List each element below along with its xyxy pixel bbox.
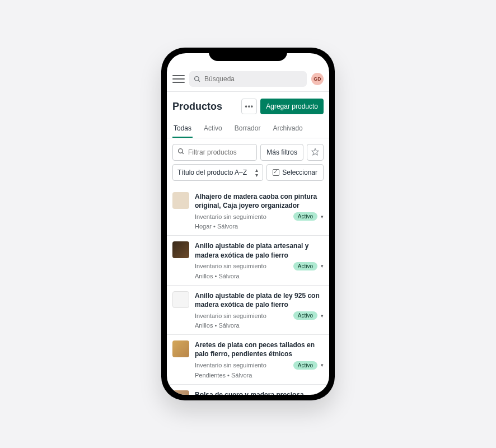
chevron-down-icon[interactable]: ▾ [321,263,324,269]
chevron-down-icon[interactable]: ▾ [321,313,324,319]
svg-point-0 [195,76,199,81]
search-field[interactable] [189,71,307,87]
tab-activo[interactable]: Activo [203,120,223,138]
filters-row: Más filtros [167,138,329,164]
sort-select[interactable]: Título del producto A–Z ▴▾ [172,164,263,181]
list-item[interactable]: Aretes de plata con peces tallados en pa… [167,334,329,384]
filter-products-field[interactable] [172,144,257,161]
tab-borrador[interactable]: Borrador [233,120,262,138]
status-badge: Activo [293,311,317,320]
search-input[interactable] [204,75,302,83]
checkbox-icon [273,169,279,176]
add-product-button[interactable]: Agregar producto [260,99,324,114]
save-view-button[interactable] [307,144,324,161]
list-item[interactable]: Anillo ajustable de plata artesanal y ma… [167,235,329,284]
svg-line-3 [182,152,184,154]
product-title: Alhajero de madera caoba con pintura ori… [195,192,324,210]
search-icon [177,148,185,157]
list-item[interactable]: Bolsa de cuero y madera preciosa vintage… [167,384,329,395]
product-title: Aretes de plata con peces tallados en pa… [195,340,324,358]
svg-marker-4 [312,148,319,155]
inventory-text: Inventario sin seguimiento [195,263,266,269]
sort-select-row: Título del producto A–Z ▴▾ Seleccionar [167,164,329,186]
sort-caret-icon: ▴▾ [255,167,258,178]
product-category: Pendientes • Sálvora [195,372,324,379]
product-list: Alhajero de madera caoba con pintura ori… [167,186,329,395]
product-thumbnail [172,340,189,357]
inventory-text: Inventario sin seguimiento [195,213,266,220]
select-label: Seleccionar [282,169,317,176]
status-badge: Activo [293,361,317,370]
svg-line-1 [198,80,200,82]
status-badge: Activo [293,212,317,221]
phone-screen: GD Productos ••• Agregar producto TodasA… [167,53,329,395]
product-thumbnail [172,390,189,395]
more-filters-button[interactable]: Más filtros [260,144,303,161]
product-category: Anillos • Sálvora [195,273,324,279]
product-thumbnail [172,291,189,308]
filter-products-input[interactable] [188,148,252,156]
svg-point-2 [179,149,183,153]
product-thumbnail [172,241,189,258]
page-header: Productos ••• Agregar producto [167,92,329,120]
list-item[interactable]: Alhajero de madera caoba con pintura ori… [167,186,329,235]
inventory-text: Inventario sin seguimiento [195,312,266,319]
inventory-text: Inventario sin seguimiento [195,362,266,368]
product-title: Anillo ajustable de plata artesanal y ma… [195,241,324,259]
list-item[interactable]: Anillo ajustable de plata de ley 925 con… [167,285,329,334]
select-button[interactable]: Seleccionar [266,164,324,181]
star-icon [311,148,319,157]
more-actions-button[interactable]: ••• [241,99,257,114]
sort-label: Título del producto A–Z [177,169,247,176]
tab-archivado[interactable]: Archivado [272,120,303,138]
tabs: TodasActivoBorradorArchivado [167,120,329,138]
product-thumbnail [172,192,189,209]
product-category: Anillos • Sálvora [195,322,324,329]
chevron-down-icon[interactable]: ▾ [321,362,324,368]
menu-icon[interactable] [172,73,185,85]
page-title: Productos [172,101,222,113]
tab-todas[interactable]: Todas [172,120,193,138]
chevron-down-icon[interactable]: ▾ [321,214,324,220]
product-category: Hogar • Sálvora [195,223,324,230]
product-title: Anillo ajustable de plata de ley 925 con… [195,291,324,309]
avatar[interactable]: GD [311,73,324,85]
search-icon [194,76,201,83]
phone-notch [209,48,287,61]
status-badge: Activo [293,262,317,270]
product-title: Bolsa de cuero y madera preciosa vintage… [195,390,324,395]
dots-icon: ••• [245,102,254,110]
phone-frame: GD Productos ••• Agregar producto TodasA… [161,48,335,400]
